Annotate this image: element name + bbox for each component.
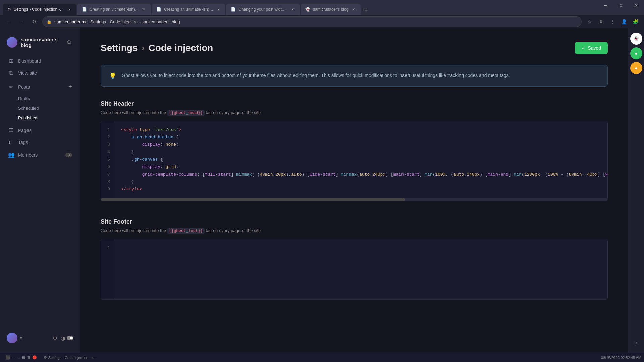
dashboard-icon: ⊞	[8, 58, 14, 64]
bookmark-button[interactable]: ☆	[585, 17, 594, 26]
tab-close-4[interactable]: ✕	[290, 7, 295, 12]
url-domain: samicrusader.me	[54, 19, 88, 24]
pages-icon: ☰	[8, 127, 14, 133]
header-code-content[interactable]: <style type='text/css'> a.gh-head-button…	[114, 121, 607, 198]
theme-toggle[interactable]: ◑	[61, 335, 73, 341]
tab-favicon-5: 👻	[305, 7, 310, 12]
code-scrollbar-thumb[interactable]	[101, 198, 405, 201]
menu-button[interactable]: ⋮	[608, 17, 617, 26]
footer-code-editor[interactable]: 1	[101, 239, 608, 300]
check-icon: ✓	[582, 45, 586, 51]
header-code-editor[interactable]: 1 2 3 4 5 6 7 8 9 <style type='text/css'…	[101, 121, 608, 201]
tab-close-5[interactable]: ✕	[351, 7, 356, 12]
line-numbers: 1 2 3 4 5 6 7 8 9	[101, 121, 114, 198]
tab-close-3[interactable]: ✕	[216, 7, 221, 12]
taskbar-icons: ⬛ — □ ⊟ ⊞ 🔴	[3, 355, 40, 360]
forward-button[interactable]: →	[17, 17, 26, 26]
site-header-title: Site Header	[101, 100, 608, 107]
user-dropdown-icon: ▾	[20, 336, 22, 340]
sidebar-item-tags[interactable]: 🏷 Tags	[4, 136, 76, 148]
breadcrumb-parent[interactable]: Settings	[101, 43, 138, 53]
footer-code-content[interactable]	[114, 239, 607, 299]
posts-icon: ✏	[8, 84, 14, 90]
taskbar-active-item[interactable]: ⚙ Settings - Code injection - s...	[41, 355, 99, 360]
breadcrumb: Settings › Code injection	[101, 43, 213, 53]
info-text: Ghost allows you to inject code into the…	[122, 72, 510, 80]
tab-favicon-3: 📄	[156, 7, 161, 12]
new-tab-button[interactable]: +	[361, 6, 371, 15]
tab-favicon-2: 📄	[82, 7, 87, 12]
right-panel: 👻 ● ● ›	[628, 28, 644, 353]
site-footer-title: Site Footer	[101, 218, 608, 225]
tab-label-4: Changing your post width in...	[238, 7, 288, 12]
settings-button[interactable]: ⚙	[53, 335, 57, 341]
footer-line-numbers: 1	[101, 239, 114, 299]
taskbar: ⬛ — □ ⊟ ⊞ 🔴 ⚙ Settings - Code injection …	[3, 355, 601, 360]
profile-button[interactable]: 👤	[619, 17, 629, 26]
back-button[interactable]: ←	[4, 17, 13, 26]
sidebar-item-drafts[interactable]: Drafts	[4, 94, 76, 103]
ghost-panel-button[interactable]: 👻	[630, 33, 642, 45]
toggle-knob	[67, 336, 73, 340]
sidebar-item-posts[interactable]: ✏ Posts +	[4, 80, 76, 94]
tab-label-3: Creating an ultimate(-ish) W...	[164, 7, 213, 12]
ssl-lock-icon: 🔒	[47, 19, 52, 24]
sidebar-item-published[interactable]: Published	[4, 113, 76, 123]
tab-favicon-4: 📄	[231, 7, 236, 12]
tab-close-1[interactable]: ✕	[67, 7, 72, 12]
tags-icon: 🏷	[8, 139, 14, 145]
sidebar-search-button[interactable]	[65, 38, 73, 47]
download-button[interactable]: ⬇	[596, 17, 606, 26]
browser-tab-5[interactable]: 👻 samicrusader's blog ✕	[301, 4, 361, 15]
tab-favicon-1: ⚙	[7, 7, 11, 12]
tab-label-1: Settings - Code injection - s...	[14, 7, 64, 12]
browser-tab-4[interactable]: 📄 Changing your post width in... ✕	[226, 4, 300, 15]
svg-point-0	[67, 41, 70, 44]
sidebar-item-view-site[interactable]: ⧉ View site	[4, 67, 76, 79]
site-header-description: Code here will be injected into the {{gh…	[101, 110, 608, 115]
theme-icon: ◑	[61, 335, 65, 341]
info-box: 💡 Ghost allows you to inject code into t…	[101, 65, 608, 87]
view-site-icon: ⧉	[8, 70, 14, 76]
restore-button[interactable]: □	[613, 0, 629, 11]
breadcrumb-separator: ›	[142, 43, 144, 53]
saved-button[interactable]: ✓ Saved	[575, 42, 608, 54]
side-expand-button[interactable]: ›	[630, 337, 642, 349]
ghost-head-tag: {{ghost_head}}	[167, 110, 205, 116]
members-count: 0	[65, 153, 72, 157]
extensions-button[interactable]: 🧩	[631, 17, 640, 26]
sidebar-item-scheduled[interactable]: Scheduled	[4, 103, 76, 113]
breadcrumb-current: Code injection	[148, 43, 213, 53]
info-icon: 💡	[109, 72, 116, 80]
user-avatar	[7, 333, 17, 343]
tab-close-2[interactable]: ✕	[142, 7, 146, 12]
code-scrollbar[interactable]	[101, 198, 607, 201]
site-footer-description: Code here will be injected into the {{gh…	[101, 228, 608, 233]
site-footer-section: Site Footer Code here will be injected i…	[101, 218, 608, 300]
minimize-button[interactable]: ─	[598, 0, 613, 11]
address-bar[interactable]: 🔒 samicrusader.me Settings - Code inject…	[42, 16, 582, 27]
green-panel-button[interactable]: ●	[630, 47, 642, 59]
sidebar-item-pages[interactable]: ☰ Pages	[4, 124, 76, 136]
taskbar-time: 08/15/2022 02:52:45 AM	[601, 356, 641, 360]
tab-label-5: samicrusader's blog	[313, 7, 348, 12]
sidebar-item-dashboard[interactable]: ⊞ Dashboard	[4, 55, 76, 67]
ghost-foot-tag: {{ghost_foot}}	[167, 228, 205, 234]
sidebar-item-members[interactable]: 👥 Members 0	[4, 148, 76, 161]
members-icon: 👥	[8, 152, 14, 158]
site-header-section: Site Header Code here will be injected i…	[101, 100, 608, 201]
browser-tab-2[interactable]: 📄 Creating an ultimate(-ish) W... ✕	[77, 4, 151, 15]
blog-title[interactable]: samicrusader's blog	[7, 37, 65, 48]
add-post-button[interactable]: +	[68, 83, 72, 90]
url-path: Settings - Code injection - samicrusader…	[90, 19, 180, 24]
tab-label-2: Creating an ultimate(-ish) W...	[90, 7, 139, 12]
reload-button[interactable]: ↻	[30, 17, 39, 26]
browser-tab-3[interactable]: 📄 Creating an ultimate(-ish) W... ✕	[152, 4, 225, 15]
user-profile[interactable]: ▾	[7, 333, 22, 343]
svg-line-1	[70, 43, 71, 44]
blog-avatar	[7, 37, 17, 48]
close-button[interactable]: ✕	[629, 0, 644, 11]
browser-tab-1[interactable]: ⚙ Settings - Code injection - s... ✕	[3, 4, 76, 15]
orange-panel-button[interactable]: ●	[630, 62, 642, 74]
